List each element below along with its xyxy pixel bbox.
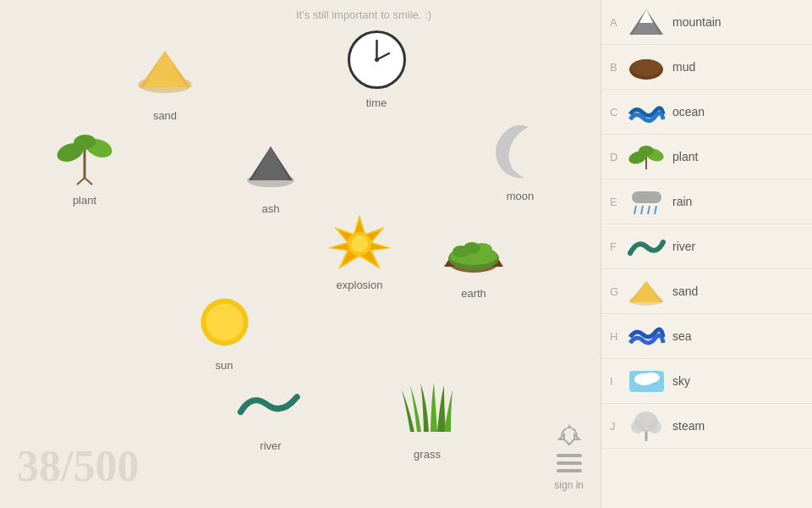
element-grass[interactable]: grass: [393, 377, 461, 461]
svg-marker-34: [639, 9, 653, 23]
element-sand[interactable]: sand: [131, 38, 199, 122]
sidebar-letter-b: B: [610, 61, 625, 74]
sidebar-label-river: river: [672, 240, 695, 253]
svg-marker-2: [144, 51, 186, 87]
svg-line-43: [641, 206, 643, 214]
mountain-sidebar-icon: [625, 5, 667, 39]
element-ash[interactable]: ash: [237, 131, 304, 215]
svg-point-55: [648, 420, 661, 433]
svg-point-40: [639, 146, 654, 156]
sidebar: A mountain B mud C ocean: [601, 0, 812, 508]
sidebar-letter-g: G: [610, 285, 625, 298]
svg-line-11: [77, 178, 85, 185]
svg-point-51: [643, 373, 660, 383]
sidebar-letter-j: J: [610, 420, 625, 433]
ocean-sidebar-icon: [625, 95, 667, 129]
earth-label: earth: [461, 287, 486, 300]
sidebar-letter-i: I: [610, 375, 625, 388]
svg-line-44: [648, 206, 650, 214]
svg-rect-29: [557, 454, 582, 457]
sidebar-letter-h: H: [610, 330, 625, 343]
svg-point-54: [631, 420, 645, 433]
sidebar-letter-d: D: [610, 151, 625, 163]
sidebar-item-sea[interactable]: H sea: [601, 314, 812, 359]
sky-sidebar-icon: [625, 364, 667, 398]
earth-icon: [440, 216, 508, 284]
sidebar-item-river[interactable]: F river: [601, 224, 812, 269]
sidebar-item-sand[interactable]: G sand: [601, 269, 812, 314]
explosion-label: explosion: [337, 279, 383, 291]
sidebar-label-sand: sand: [672, 284, 698, 298]
play-area[interactable]: It's still important to smile. :) sand t…: [0, 0, 601, 508]
svg-rect-30: [557, 461, 582, 465]
sand-icon: [131, 38, 199, 106]
svg-rect-41: [632, 191, 661, 203]
sidebar-item-rain[interactable]: E rain: [601, 179, 812, 224]
svg-marker-15: [252, 146, 289, 180]
element-river[interactable]: river: [237, 368, 304, 452]
svg-line-12: [85, 178, 92, 185]
svg-point-26: [464, 242, 480, 254]
sidebar-letter-e: E: [610, 196, 625, 208]
sidebar-item-plant[interactable]: D plant: [601, 135, 812, 179]
sign-in-label[interactable]: sign in: [554, 479, 584, 491]
sidebar-letter-c: C: [610, 106, 625, 119]
svg-rect-31: [557, 469, 582, 472]
steam-sidebar-icon: [625, 409, 667, 443]
sidebar-label-ocean: ocean: [672, 105, 705, 119]
element-explosion[interactable]: explosion: [326, 207, 393, 291]
plant-label: plant: [73, 194, 96, 207]
svg-point-28: [206, 303, 243, 340]
rain-sidebar-icon: [625, 185, 667, 218]
sidebar-item-mud[interactable]: B mud: [601, 45, 812, 90]
menu-icon[interactable]: [557, 454, 582, 472]
sidebar-label-mountain: mountain: [672, 15, 721, 29]
svg-point-19: [351, 235, 368, 252]
ash-label: ash: [262, 202, 280, 215]
moon-label: moon: [507, 190, 535, 202]
explosion-icon: [326, 207, 393, 275]
element-sun[interactable]: sun: [190, 288, 258, 372]
sidebar-item-steam[interactable]: J steam: [601, 404, 812, 449]
sidebar-label-sky: sky: [672, 374, 690, 388]
sidebar-label-sea: sea: [672, 329, 692, 343]
grass-icon: [393, 377, 461, 444]
sidebar-letter-f: F: [610, 240, 625, 253]
svg-line-42: [634, 206, 636, 214]
sun-icon: [190, 288, 258, 356]
svg-marker-48: [633, 281, 660, 302]
sidebar-item-mountain[interactable]: A mountain: [601, 0, 812, 45]
sidebar-label-mud: mud: [672, 60, 695, 74]
time-label: time: [366, 97, 387, 109]
element-moon[interactable]: moon: [486, 119, 554, 202]
river-icon: [237, 368, 304, 436]
svg-point-6: [375, 58, 379, 62]
plant-sidebar-icon: [625, 140, 667, 174]
element-plant[interactable]: plant: [51, 123, 118, 207]
sand-label: sand: [153, 109, 177, 122]
sidebar-item-ocean[interactable]: C ocean: [601, 90, 812, 135]
svg-line-45: [655, 206, 656, 214]
message-text: It's still important to smile. :): [296, 8, 431, 21]
svg-point-36: [631, 59, 661, 76]
moon-icon: [486, 119, 554, 186]
element-time[interactable]: time: [343, 25, 410, 109]
mud-sidebar-icon: [625, 50, 667, 84]
recycle-icon[interactable]: [557, 422, 582, 447]
sidebar-item-sky[interactable]: I sky: [601, 359, 812, 404]
score-display: 38/500: [17, 441, 139, 491]
plant-icon: [51, 123, 118, 190]
sidebar-label-plant: plant: [672, 150, 698, 163]
river-sidebar-icon: [625, 229, 667, 263]
time-icon: [343, 25, 410, 93]
grass-label: grass: [414, 448, 441, 461]
ash-icon: [237, 131, 304, 199]
sand-sidebar-icon: [625, 274, 667, 308]
sun-label: sun: [216, 359, 233, 372]
element-earth[interactable]: earth: [440, 216, 508, 300]
sea-sidebar-icon: [625, 319, 667, 353]
sidebar-label-steam: steam: [672, 419, 705, 433]
river-label: river: [260, 439, 281, 452]
sidebar-letter-a: A: [610, 16, 625, 29]
sidebar-label-rain: rain: [672, 195, 692, 208]
